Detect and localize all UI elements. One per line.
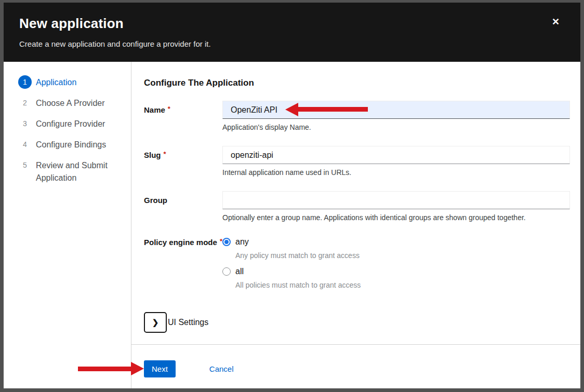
wizard-footer: Next Cancel — [131, 344, 580, 388]
policy-engine-mode-label: Policy engine mode* — [144, 236, 222, 295]
name-annotation-arrow-shaft — [297, 107, 368, 112]
radio-all-helper-text: All policies must match to grant access — [235, 281, 570, 289]
policy-engine-mode-row: Policy engine mode* any Any policy must … — [144, 236, 570, 295]
wizard-step-review-submit[interactable]: 5 Review and Submit Application — [18, 158, 126, 184]
required-asterisk: * — [168, 105, 170, 113]
slug-helper-text: Internal application name used in URLs. — [222, 168, 570, 177]
step-number-badge: 5 — [18, 158, 32, 172]
wizard-step-configure-provider[interactable]: 3 Configure Provider — [18, 117, 126, 130]
step-number-badge: 3 — [18, 117, 32, 130]
slug-field-row: Slug* Internal application name used in … — [144, 146, 570, 177]
name-input[interactable] — [222, 101, 570, 119]
cancel-button[interactable]: Cancel — [209, 360, 234, 377]
step-number-badge: 2 — [18, 96, 32, 110]
radio-any-helper-text: Any policy must match to grant access — [235, 251, 570, 260]
group-helper-text: Optionally enter a group name. Applicati… — [222, 213, 570, 222]
required-asterisk: * — [164, 150, 166, 158]
slug-label: Slug* — [144, 146, 222, 177]
slug-input[interactable] — [222, 146, 570, 164]
name-annotation-arrow-head-icon — [285, 103, 298, 116]
policy-option-all: all All policies must match to grant acc… — [222, 266, 570, 289]
wizard-step-choose-provider[interactable]: 2 Choose A Provider — [18, 96, 126, 110]
radio-all-label: all — [235, 267, 244, 276]
step-heading: Configure The Application — [144, 78, 570, 88]
step-number-badge: 1 — [18, 75, 32, 89]
step-content: Configure The Application Name* Applicat… — [131, 62, 580, 344]
radio-any-selected-icon[interactable] — [222, 238, 231, 246]
modal-title: New application — [19, 16, 560, 32]
chevron-right-icon[interactable]: ❯ — [144, 312, 167, 333]
name-helper-text: Application's display Name. — [222, 123, 570, 131]
step-label: Choose A Provider — [36, 96, 105, 110]
policy-option-any: any Any policy must match to grant acces… — [222, 236, 570, 260]
new-application-modal: New application Create a new application… — [4, 3, 580, 388]
step-label: Application — [36, 75, 76, 89]
group-field-row: Group Optionally enter a group name. App… — [144, 191, 570, 222]
group-input[interactable] — [222, 191, 570, 209]
radio-all-unselected-icon[interactable] — [222, 267, 231, 276]
wizard-step-configure-bindings[interactable]: 4 Configure Bindings — [18, 138, 126, 151]
next-annotation-arrow-shaft — [78, 367, 131, 371]
next-annotation-arrow-head-icon — [131, 362, 144, 375]
next-button[interactable]: Next — [144, 360, 176, 377]
wizard-steps-sidebar: 1 Application 2 Choose A Provider 3 Conf… — [4, 62, 131, 388]
ui-settings-label: UI Settings — [168, 318, 208, 327]
radio-any-label: any — [235, 237, 249, 247]
wizard-step-application[interactable]: 1 Application — [18, 75, 126, 89]
name-field-row: Name* Application's display Name. — [144, 101, 570, 131]
name-label: Name* — [144, 101, 222, 131]
step-label: Configure Bindings — [36, 138, 106, 151]
ui-settings-expander: ❯ UI Settings — [144, 312, 570, 333]
step-label: Configure Provider — [36, 117, 105, 130]
modal-header: New application Create a new application… — [4, 3, 580, 62]
step-number-badge: 4 — [18, 138, 32, 151]
modal-subtitle: Create a new application and configure a… — [19, 39, 560, 48]
step-label: Review and Submit Application — [36, 158, 126, 184]
close-icon[interactable]: ✕ — [552, 17, 560, 26]
group-label: Group — [144, 191, 222, 222]
